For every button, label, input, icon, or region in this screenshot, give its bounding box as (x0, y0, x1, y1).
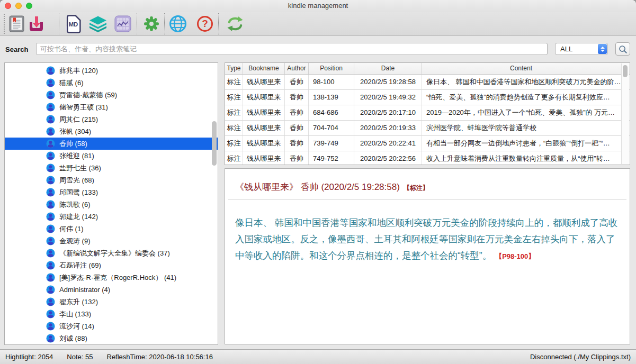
author-list-item[interactable]: 石磊译注 (69) (5, 259, 218, 271)
author-list-item[interactable]: 《新编说文解字大全集》编委会 (37) (5, 247, 218, 259)
table-cell: 钱从哪里来 (243, 136, 285, 151)
table-cell: 收入上升意味着消费从注重数量转向注重质量，从“使用”转… (422, 151, 630, 165)
note-detail-panel: 《钱从哪里来》 香帅 (2020/2/5 19:28:58)【标注】 像日本、 … (225, 168, 630, 344)
table-cell: 香帅 (285, 151, 309, 165)
author-label: 石磊译注 (69) (59, 261, 101, 270)
author-list-item[interactable]: 周其仁 (215) (5, 113, 218, 125)
filter-dropdown[interactable]: ALL (555, 43, 608, 55)
author-label: 翟东升 (132) (59, 297, 98, 307)
status-bar: Hightlight: 2054 Note: 55 RefleshTime: 2… (0, 349, 636, 364)
traffic-lights (5, 3, 32, 9)
author-list-item[interactable]: 张帆 (304) (5, 125, 218, 138)
notes-table: TypeBooknameAuthorPositionDateContent 标注… (225, 62, 630, 165)
table-cell: 香帅 (285, 75, 309, 89)
author-list-item[interactable]: 翟东升 (132) (5, 296, 218, 308)
author-label: 贾雷德·戴蒙德 (59) (59, 90, 117, 100)
stats-button[interactable] (113, 14, 132, 33)
layers-button[interactable] (88, 14, 108, 33)
toolbar-separator (164, 13, 165, 34)
author-label: 邱国鹭 (133) (59, 188, 98, 197)
detail-title-text: 《钱从哪里来》 香帅 (2020/2/5 19:28:58) (235, 182, 400, 192)
svg-text:MD: MD (68, 21, 78, 28)
author-list-item[interactable]: 盐野七生 (36) (5, 162, 218, 174)
search-button[interactable] (615, 42, 630, 56)
author-list-item[interactable]: Administrator (4) (5, 284, 218, 296)
column-header-bookname[interactable]: Bookname (243, 63, 285, 74)
table-scrollbar-thumb[interactable] (623, 65, 628, 77)
author-list-item[interactable]: 刘诚 (88) (5, 332, 218, 344)
layers-icon (89, 16, 107, 32)
person-icon (46, 151, 55, 160)
column-header-author[interactable]: Author (285, 63, 309, 74)
close-button[interactable] (5, 3, 11, 9)
column-header-date[interactable]: Date (354, 63, 422, 74)
author-list-item[interactable]: 金观涛 (9) (5, 235, 218, 247)
markdown-export-button[interactable]: MD (64, 14, 83, 33)
table-cell: 739-749 (309, 136, 354, 151)
author-list-item[interactable]: 陈凯歌 (6) (5, 198, 218, 211)
table-row[interactable]: 标注钱从哪里来香帅138-1392020/2/5 19:49:32“怕死、爱美、… (225, 90, 630, 105)
table-row[interactable]: 标注钱从哪里来香帅739-7492020/2/5 20:22:41有相当一部分网… (225, 136, 630, 151)
table-scrollbar-track[interactable] (621, 63, 629, 164)
table-cell: 钱从哪里来 (243, 151, 285, 165)
table-row[interactable]: 标注钱从哪里来香帅749-7522020/2/5 20:22:56收入上升意味着… (225, 151, 630, 165)
author-label: [美]罗杰·R·霍克（RogerR.Hock） (41) (59, 273, 176, 283)
author-list-item[interactable]: 薛兆丰 (120) (5, 65, 218, 77)
author-list-item[interactable]: 猫腻 (6) (5, 77, 218, 89)
table-cell: 138-139 (309, 90, 354, 105)
toolbar-drag-handle[interactable] (4, 14, 5, 34)
author-label: 陈凯歌 (6) (59, 200, 91, 210)
person-icon (46, 103, 55, 112)
author-list-item[interactable]: 流沙河 (14) (5, 320, 218, 332)
author-list-item[interactable]: 贾雷德·戴蒙德 (59) (5, 89, 218, 101)
help-glyph: ? (202, 18, 208, 30)
author-label: 香帅 (58) (59, 139, 87, 149)
author-list-item[interactable]: [美]罗杰·R·霍克（RogerR.Hock） (41) (5, 271, 218, 284)
table-cell: 标注 (225, 75, 243, 89)
import-button[interactable] (26, 14, 46, 33)
table-cell: 98-100 (309, 75, 354, 89)
clippings-button[interactable] (7, 14, 26, 33)
help-button[interactable]: ? (195, 14, 214, 33)
author-list-item[interactable]: 李山 (133) (5, 308, 218, 320)
column-header-content[interactable]: Content (422, 63, 630, 74)
author-list-item[interactable]: 邱国鹭 (133) (5, 186, 218, 198)
person-icon (46, 212, 55, 221)
person-icon (46, 90, 55, 99)
author-list-item[interactable]: 储智勇王硕 (31) (5, 101, 218, 113)
author-list-item[interactable]: 香帅 (58) (5, 138, 218, 150)
author-label: 储智勇王硕 (31) (59, 103, 108, 112)
person-icon (46, 163, 55, 172)
toolbar-separator (59, 13, 59, 34)
person-icon (46, 297, 55, 306)
globe-button[interactable] (168, 14, 187, 33)
detail-title: 《钱从哪里来》 香帅 (2020/2/5 19:28:58)【标注】 (235, 181, 620, 193)
table-row[interactable]: 标注钱从哪里来香帅684-6862020/2/5 20:17:102019—20… (225, 105, 630, 121)
sidebar-scrollbar-thumb[interactable] (212, 121, 217, 166)
author-label: 周其仁 (215) (59, 115, 98, 124)
author-list-item[interactable]: 何伟 (1) (5, 223, 218, 235)
person-icon (46, 188, 55, 197)
table-cell: 2020/2/5 19:49:32 (354, 90, 422, 105)
author-list-item[interactable]: 周雪光 (68) (5, 174, 218, 186)
table-cell: 标注 (225, 121, 243, 135)
import-icon (28, 16, 45, 32)
table-body: 标注钱从哪里来香帅98-1002020/2/5 19:28:58像日本、 韩国和… (225, 75, 630, 165)
detail-divider (228, 199, 626, 199)
table-row[interactable]: 标注钱从哪里来香帅98-1002020/2/5 19:28:58像日本、 韩国和… (225, 75, 630, 90)
refresh-sync-button[interactable] (226, 14, 245, 33)
search-input[interactable] (36, 43, 548, 55)
connection-status: Disconnected (./My Clippings.txt) (530, 353, 631, 361)
author-list: 薛兆丰 (120) 猫腻 (6) 贾雷德·戴蒙德 (59) 储智勇王硕 (31)… (5, 63, 218, 344)
table-row[interactable]: 标注钱从哪里来香帅704-7042020/2/5 20:19:33滨州医学院、蚌… (225, 121, 630, 136)
minimize-button[interactable] (15, 3, 22, 9)
table-cell: 有相当一部分网友一边倒地声讨患者，“白眼狼”“倒打一耙”“… (422, 136, 630, 151)
table-cell: 钱从哪里来 (243, 90, 285, 105)
settings-button[interactable] (142, 14, 161, 33)
author-list-item[interactable]: 郭建龙 (142) (5, 211, 218, 223)
author-label: 猫腻 (6) (59, 78, 84, 88)
author-list-item[interactable]: 张维迎 (81) (5, 150, 218, 162)
column-header-position[interactable]: Position (309, 63, 354, 74)
zoom-button[interactable] (26, 3, 32, 9)
column-header-type[interactable]: Type (225, 63, 243, 74)
